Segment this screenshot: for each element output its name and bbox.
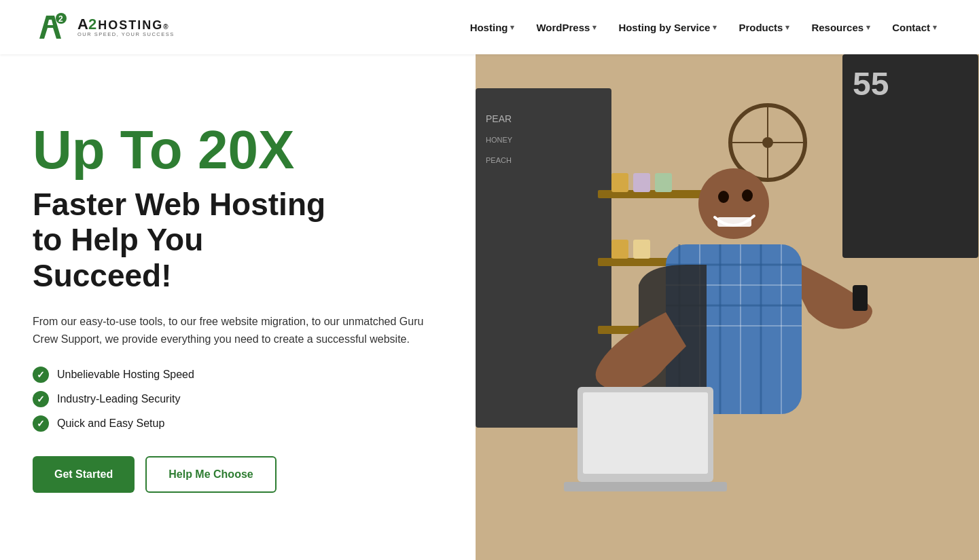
svg-point-39 [742, 189, 753, 202]
svg-rect-14 [611, 240, 628, 259]
svg-rect-40 [717, 217, 751, 227]
svg-text:HONEY: HONEY [486, 136, 513, 144]
logo-hosting-word: HOSTING® [98, 19, 169, 31]
svg-text:2: 2 [58, 14, 63, 24]
feature-label-security: Industry-Leading Security [57, 393, 180, 405]
hero-right-image: PEAR HONEY PEACH 55 [476, 54, 979, 560]
hero-section: Up To 20X Faster Web Hosting to Help You… [0, 54, 979, 560]
features-list: Unbelievable Hosting Speed Industry-Lead… [33, 367, 443, 432]
help-me-choose-button[interactable]: Help Me Choose [145, 456, 276, 493]
svg-text:55: 55 [853, 66, 889, 102]
nav-label-hosting: Hosting [470, 22, 508, 33]
chevron-down-icon: ▾ [592, 23, 597, 32]
hero-subtitle-line1: Faster Web Hosting [33, 187, 325, 222]
feature-label-setup: Quick and Easy Setup [57, 417, 164, 430]
nav-item-contact[interactable]: Contact ▾ [883, 16, 946, 39]
chevron-down-icon: ▾ [933, 23, 937, 32]
feature-label-speed: Unbelievable Hosting Speed [57, 369, 194, 381]
nav-label-wordpress: WordPress [536, 22, 590, 33]
nav-item-resources[interactable]: Resources ▾ [802, 16, 880, 39]
chevron-down-icon: ▾ [866, 23, 870, 32]
nav-label-resources: Resources [811, 22, 864, 33]
chevron-down-icon: ▾ [713, 23, 717, 32]
hero-tagline: Up To 20X [33, 122, 443, 179]
hero-background-svg: PEAR HONEY PEACH 55 [476, 54, 979, 560]
check-icon-speed [33, 367, 49, 383]
nav-item-products[interactable]: Products ▾ [729, 16, 799, 39]
logo-text: A2 HOSTING® OUR SPEED, YOUR SUCCESS [77, 17, 175, 37]
hero-image: PEAR HONEY PEACH 55 [476, 54, 979, 560]
chevron-down-icon: ▾ [510, 23, 514, 32]
hero-subtitle-line3: Succeed! [33, 258, 172, 293]
svg-rect-34 [853, 285, 868, 311]
svg-rect-13 [655, 173, 672, 192]
svg-text:PEAR: PEAR [486, 113, 512, 124]
svg-rect-11 [611, 173, 628, 192]
nav-links: Hosting ▾ WordPress ▾ Hosting by Service… [461, 16, 946, 39]
svg-rect-12 [633, 173, 650, 192]
svg-point-38 [718, 191, 729, 203]
nav-item-hosting[interactable]: Hosting ▾ [461, 16, 524, 39]
logo-tagline: OUR SPEED, YOUR SUCCESS [77, 32, 175, 37]
check-icon-security [33, 391, 49, 407]
feature-item-speed: Unbelievable Hosting Speed [33, 367, 443, 383]
get-started-button[interactable]: Get Started [33, 456, 135, 493]
feature-item-security: Industry-Leading Security [33, 391, 443, 407]
svg-rect-36 [583, 392, 708, 474]
svg-text:PEACH: PEACH [486, 156, 512, 164]
nav-item-wordpress[interactable]: WordPress ▾ [527, 16, 606, 39]
nav-label-contact: Contact [892, 22, 930, 33]
hero-left-content: Up To 20X Faster Web Hosting to Help You… [0, 54, 476, 560]
feature-item-setup: Quick and Easy Setup [33, 415, 443, 432]
cta-buttons: Get Started Help Me Choose [33, 456, 443, 493]
logo-a2: A2 [77, 17, 96, 32]
logo[interactable]: 2 A2 HOSTING® OUR SPEED, YOUR SUCCESS [33, 7, 175, 47]
logo-icon: 2 [33, 7, 72, 47]
hero-description: From our easy-to-use tools, to our free … [33, 313, 443, 348]
nav-label-hosting-by-service: Hosting by Service [618, 22, 710, 33]
svg-rect-37 [564, 482, 727, 491]
nav-item-hosting-by-service[interactable]: Hosting by Service ▾ [609, 16, 726, 39]
navbar: 2 A2 HOSTING® OUR SPEED, YOUR SUCCESS Ho… [0, 0, 979, 54]
svg-rect-15 [633, 240, 650, 259]
hero-subtitle: Faster Web Hosting to Help You Succeed! [33, 187, 443, 295]
chevron-down-icon: ▾ [785, 23, 789, 32]
nav-label-products: Products [738, 22, 783, 33]
hero-subtitle-line2: to Help You [33, 222, 203, 257]
svg-point-22 [698, 168, 769, 239]
check-icon-setup [33, 415, 49, 432]
